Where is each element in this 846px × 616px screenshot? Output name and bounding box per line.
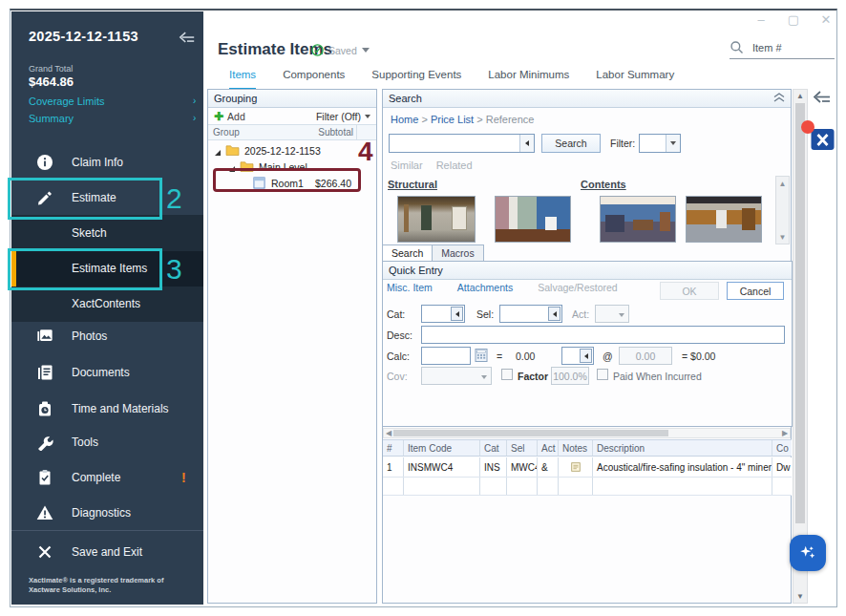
- paid-when-incurred-checkbox[interactable]: [597, 369, 608, 380]
- scroll-up-icon[interactable]: ▲: [776, 177, 789, 190]
- search-term-combobox[interactable]: [389, 134, 535, 153]
- sidebar-item-time-and-materials[interactable]: Time and Materials: [11, 392, 203, 426]
- ai-assistant-button[interactable]: [790, 535, 826, 571]
- scroll-up-icon[interactable]: ▲: [793, 90, 807, 102]
- sidebar-item-complete[interactable]: Complete !: [11, 460, 203, 495]
- desc-input[interactable]: [421, 326, 785, 344]
- subtab-macros[interactable]: Macros: [433, 244, 483, 262]
- factor-label: Factor: [518, 371, 548, 382]
- col-cov: Co: [772, 440, 792, 456]
- note-icon[interactable]: [559, 457, 593, 477]
- at-sign: @: [603, 350, 613, 362]
- sel-dropdown-button[interactable]: [548, 307, 560, 321]
- search-subtabs: Search Macros: [382, 244, 484, 262]
- scroll-down-icon[interactable]: ▼: [793, 590, 807, 603]
- scrollbar-thumb[interactable]: [393, 430, 668, 436]
- breadcrumb-home[interactable]: Home: [391, 114, 418, 125]
- tab-components[interactable]: Components: [283, 69, 345, 91]
- tab-labor-minimums[interactable]: Labor Minimums: [488, 69, 569, 91]
- sidebar-collapse-icon[interactable]: [179, 31, 196, 48]
- combo-dropdown-button[interactable]: [519, 135, 534, 152]
- scroll-right-icon[interactable]: ▶: [780, 429, 790, 437]
- thumbnail-kitchen[interactable]: [686, 196, 762, 243]
- subtab-search[interactable]: Search: [382, 244, 433, 262]
- tab-items[interactable]: Items: [229, 69, 256, 91]
- desc-label: Desc:: [387, 329, 412, 341]
- annotation-number-3: 3: [166, 253, 182, 286]
- factor-checkbox[interactable]: [501, 369, 513, 380]
- unit-price-input: 0.00: [619, 347, 672, 365]
- search-button[interactable]: Search: [541, 134, 601, 153]
- sidebar-item-claim-info[interactable]: Claim Info: [11, 145, 203, 180]
- panel-collapse-icon[interactable]: [813, 91, 832, 108]
- unit-combobox[interactable]: [561, 347, 594, 365]
- scrollbar-thumb[interactable]: [795, 103, 805, 523]
- plus-icon: ✚: [214, 110, 223, 123]
- minimize-button[interactable]: –: [754, 12, 768, 27]
- equals-sign: =: [497, 350, 502, 362]
- caret-down-icon: [670, 141, 676, 145]
- table-horizontal-scrollbar[interactable]: ◀ ▶: [383, 428, 791, 438]
- close-button[interactable]: ✕: [819, 12, 833, 27]
- item-number-search[interactable]: Item #: [730, 40, 835, 59]
- similar-link[interactable]: Similar: [391, 159, 423, 171]
- cat-dropdown-button[interactable]: [451, 307, 463, 321]
- trademark-footer: Xactimate® is a registered trademark of …: [29, 576, 163, 595]
- close-x-icon: [36, 543, 53, 561]
- tab-labor-summary[interactable]: Labor Summary: [596, 69, 674, 91]
- unit-dropdown-button[interactable]: [580, 349, 592, 363]
- thumbnails-scrollbar[interactable]: ▲ ▼: [775, 176, 790, 244]
- save-status[interactable]: Saved: [311, 44, 370, 56]
- contents-category-link[interactable]: Contents: [581, 179, 626, 190]
- scroll-left-icon[interactable]: ◀: [384, 429, 393, 437]
- thumbnail-bathroom[interactable]: [495, 196, 571, 243]
- col-item-code: Item Code: [404, 440, 480, 456]
- tree-row-project[interactable]: 2025-12-12-1153: [208, 143, 376, 159]
- grouping-filter-dropdown[interactable]: Filter (Off): [316, 111, 370, 122]
- grouping-panel: Grouping ✚Add Filter (Off) Group Subtota…: [207, 89, 377, 604]
- maximize-button[interactable]: ▢: [787, 12, 800, 27]
- misc-item-link[interactable]: Misc. Item: [387, 282, 433, 293]
- calculator-icon[interactable]: [475, 348, 488, 367]
- structural-category-link[interactable]: Structural: [388, 179, 437, 190]
- chevron-down-icon: [362, 48, 370, 53]
- calc-input[interactable]: [421, 347, 471, 365]
- related-link[interactable]: Related: [436, 159, 473, 171]
- tree-expand-icon[interactable]: [214, 147, 222, 159]
- quick-entry-title: Quick Entry: [389, 265, 443, 276]
- saved-label: Saved: [328, 45, 357, 56]
- add-group-button[interactable]: ✚Add: [214, 110, 245, 123]
- cat-input[interactable]: [421, 305, 465, 323]
- dropdown-arrow-icon: [525, 140, 529, 146]
- annotation-number-4: 4: [358, 137, 373, 167]
- items-table-header: # Item Code Cat Sel Act Notes Descriptio…: [383, 439, 792, 457]
- col-act: Act: [538, 440, 559, 456]
- sidebar-item-diagnostics[interactable]: Diagnostics: [11, 496, 203, 530]
- main-vertical-scrollbar[interactable]: ▲ ▼: [793, 89, 808, 604]
- sidebar-item-sketch[interactable]: Sketch: [11, 216, 203, 250]
- cancel-button[interactable]: Cancel: [727, 282, 784, 300]
- combo-dropdown-button[interactable]: [666, 135, 680, 152]
- sidebar-link-coverage-limits[interactable]: Coverage Limits›: [29, 96, 104, 107]
- sidebar-item-save-and-exit[interactable]: Save and Exit: [11, 535, 203, 569]
- thumbnail-living-room[interactable]: [600, 196, 676, 243]
- sidebar-link-summary[interactable]: Summary›: [29, 113, 74, 124]
- sidebar-item-tools[interactable]: Tools: [11, 425, 203, 459]
- table-row-empty[interactable]: [383, 478, 792, 496]
- attachments-link[interactable]: Attachments: [457, 282, 513, 293]
- collapse-chevrons-icon[interactable]: [773, 93, 785, 104]
- sel-input[interactable]: [499, 305, 562, 323]
- table-row[interactable]: 1 INSMWC4 INS MWC4 & Acoustical/fire-saf…: [383, 457, 792, 478]
- filter-combobox[interactable]: [639, 134, 681, 153]
- scroll-down-icon[interactable]: ▼: [776, 230, 789, 244]
- paid-when-incurred-label: Paid When Incurred: [613, 371, 702, 382]
- tab-supporting-events[interactable]: Supporting Events: [371, 69, 461, 91]
- search-panel-title: Search: [389, 93, 422, 104]
- sidebar-item-photos[interactable]: Photos: [11, 319, 203, 353]
- sidebar-item-xactcontents[interactable]: XactContents: [11, 287, 203, 321]
- thumbnail-basement[interactable]: [397, 196, 476, 243]
- sidebar-item-documents[interactable]: Documents: [11, 355, 203, 390]
- breadcrumb-price-list[interactable]: Price List: [431, 114, 474, 125]
- act-label: Act:: [572, 308, 589, 320]
- xactanalysis-icon[interactable]: [811, 129, 835, 150]
